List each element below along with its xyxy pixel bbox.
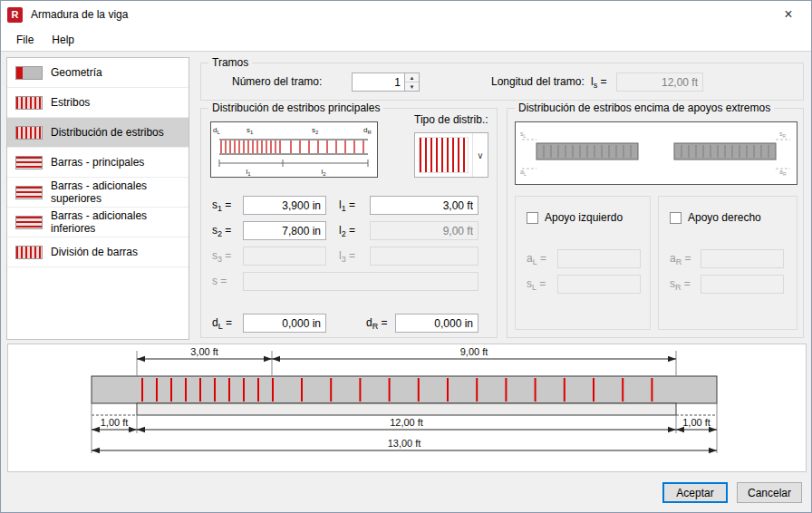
category-list: Geometría Estribos Distribución de estri… — [6, 57, 189, 340]
s-label: s = — [212, 272, 227, 291]
left-support-checkbox-label: Apoyo izquierdo — [545, 211, 623, 224]
window-title: Armadura de la viga — [31, 8, 128, 21]
right-support-panel: Apoyo derecho aR = sR = — [658, 196, 798, 330]
span-number-input[interactable] — [352, 73, 404, 92]
stirrups-icon — [15, 96, 43, 110]
title-bar: R Armadura de la viga × — [1, 1, 811, 28]
spinner-up-icon[interactable]: ▲ — [405, 73, 419, 82]
sidebar-item-label: Geometría — [51, 66, 102, 79]
main-bars-icon — [15, 156, 43, 169]
l1-input[interactable] — [370, 196, 478, 215]
group-distribucion-apoyos: Distribución de estribos encima de apoyo… — [507, 108, 804, 338]
cancel-button[interactable]: Cancelar — [737, 482, 802, 503]
s1-input[interactable] — [243, 196, 326, 215]
sidebar-item-barras-principales[interactable]: Barras - principales — [7, 148, 188, 178]
beam-preview-panel: 3,00 ft9,00 ft12,00 ft1,00 ft1,00 ft13,0… — [7, 344, 807, 472]
right-support-checkbox[interactable] — [670, 212, 682, 224]
sidebar-item-label: Barras - adicionales inferiores — [51, 209, 180, 235]
s1-label: s1 = — [212, 196, 231, 215]
sidebar-item-label: División de barras — [51, 246, 138, 258]
sidebar-item-label: Barras - principales — [51, 156, 144, 169]
menu-bar: File Help — [1, 28, 811, 52]
dr-input[interactable] — [395, 314, 478, 333]
dimension-label: 12,00 ft — [390, 417, 423, 428]
sidebar-item-label: Barras - adicionales superiores — [51, 179, 180, 205]
sidebar-item-label: Estribos — [51, 96, 90, 109]
dimension-label: 9,00 ft — [460, 346, 488, 357]
group-title: Distribución de estribos principales — [208, 102, 383, 115]
l3-input — [370, 247, 478, 266]
distribution-type-label: Tipo de distrib.: — [414, 111, 488, 130]
l1-label: l1 = — [339, 196, 355, 215]
chevron-down-icon: ∨ — [472, 133, 488, 177]
left-support-checkbox-row: Apoyo izquierdo — [527, 211, 623, 224]
sidebar-item-division-de-barras[interactable]: División de barras — [7, 237, 188, 267]
menu-file[interactable]: File — [7, 30, 43, 50]
accept-button[interactable]: Aceptar — [662, 482, 728, 503]
bottom-additional-bars-icon — [15, 216, 43, 229]
l2-label: l2 = — [339, 221, 355, 240]
main-panel: Tramos Número del tramo: ▲ ▼ Longitud de… — [200, 57, 806, 340]
stirrup-spacing-diagram: dL s1 s2 dR l1 l2 — [210, 121, 378, 178]
sl-input — [557, 275, 641, 294]
span-length-label: Longitud del tramo: — [491, 73, 585, 92]
s-input — [243, 272, 478, 291]
group-tramos: Tramos Número del tramo: ▲ ▼ Longitud de… — [200, 63, 804, 101]
left-support-panel: Apoyo izquierdo aL = sL = — [515, 196, 651, 330]
l2-input — [370, 221, 478, 240]
s2-input[interactable] — [243, 221, 326, 240]
al-input — [557, 249, 641, 268]
s2-label: s2 = — [212, 221, 231, 240]
l3-label: l3 = — [339, 247, 355, 266]
dr-label: dR = — [366, 314, 388, 333]
s3-label: s3 = — [212, 247, 231, 266]
app-icon: R — [7, 7, 23, 23]
group-distribucion-principales: Distribución de estribos principales dL … — [200, 108, 498, 338]
span-number-spinner: ▲ ▼ — [352, 73, 420, 92]
al-label: aL = — [527, 249, 546, 268]
sidebar-item-estribos[interactable]: Estribos — [7, 88, 188, 118]
dialog-armadura-de-la-viga: R Armadura de la viga × File Help Geomet… — [0, 0, 812, 513]
group-title: Distribución de estribos encima de apoyo… — [515, 102, 774, 115]
sr-label: sR = — [670, 275, 691, 294]
stirrup-distribution-icon — [15, 126, 43, 140]
dl-input[interactable] — [243, 314, 326, 333]
sidebar-item-distribucion-de-estribos[interactable]: Distribución de estribos — [7, 118, 188, 148]
ar-input — [701, 249, 784, 268]
dimension-label: 13,00 ft — [388, 438, 421, 449]
dialog-content: Geometría Estribos Distribución de estri… — [1, 52, 811, 340]
close-icon[interactable]: × — [772, 1, 805, 28]
support-stirrups-diagram: sL aL sR aR — [515, 121, 798, 185]
distribution-type-combobox[interactable]: ∨ — [414, 132, 488, 178]
span-length-symbol: ls = — [591, 73, 607, 92]
sr-input — [701, 275, 784, 294]
menu-help[interactable]: Help — [43, 30, 83, 50]
geometry-icon — [15, 66, 43, 80]
spinner-down-icon[interactable]: ▼ — [405, 82, 419, 91]
ar-label: aR = — [670, 249, 691, 268]
span-length-input — [616, 73, 703, 92]
dimension-label: 3,00 ft — [190, 346, 218, 357]
bar-division-icon — [15, 246, 43, 259]
s3-input — [243, 247, 326, 266]
right-support-checkbox-label: Apoyo derecho — [688, 211, 761, 224]
sidebar-item-barras-adicionales-superiores[interactable]: Barras - adicionales superiores — [7, 178, 188, 208]
left-support-checkbox[interactable] — [527, 212, 538, 224]
group-title: Tramos — [208, 56, 252, 70]
dimension-label: 1,00 ft — [101, 417, 129, 428]
beam-elevation-diagram: 3,00 ft9,00 ft12,00 ft1,00 ft1,00 ft13,0… — [8, 344, 806, 471]
dl-label: dL = — [212, 314, 232, 333]
sidebar-item-barras-adicionales-inferiores[interactable]: Barras - adicionales inferiores — [7, 208, 188, 237]
sl-label: sL = — [527, 275, 546, 294]
sidebar-item-geometria[interactable]: Geometría — [7, 58, 188, 88]
top-additional-bars-icon — [15, 186, 43, 199]
right-support-checkbox-row: Apoyo derecho — [670, 211, 761, 224]
span-number-label: Número del tramo: — [232, 73, 322, 92]
sidebar-item-label: Distribución de estribos — [51, 126, 164, 139]
stirrup-pattern-preview-icon — [419, 137, 469, 173]
dimension-label: 1,00 ft — [682, 417, 710, 428]
